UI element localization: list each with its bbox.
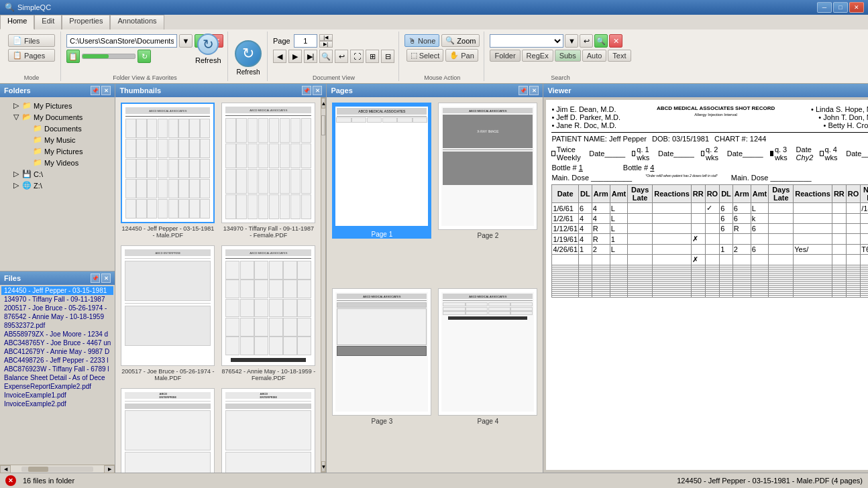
- scroll-down-btn[interactable]: ▼: [321, 461, 325, 472]
- folders-close-btn[interactable]: ✕: [101, 86, 111, 95]
- file-item-8[interactable]: ABC4498726 - Jeff Pepper - 2233 l: [1, 356, 113, 365]
- thumbnail-item-4[interactable]: ABCDENTERPRISE: [121, 388, 215, 473]
- search-forward-btn[interactable]: 🔍: [594, 34, 608, 48]
- folder-my-videos[interactable]: 📁 My Videos: [3, 157, 112, 168]
- files-close-btn[interactable]: ✕: [101, 273, 111, 283]
- refresh-big-button[interactable]: ↻ Refresh: [235, 40, 262, 76]
- folders-pin-btn[interactable]: 📌: [91, 86, 100, 95]
- file-item-10[interactable]: Balance Sheet Detail - As of Dece: [1, 373, 113, 382]
- page-item-3[interactable]: ABCD MEDICAL ASSOCIATES Page 3: [332, 288, 431, 467]
- tab-home[interactable]: Home: [0, 15, 34, 29]
- drive-c[interactable]: ▷ 💾 C:\: [3, 168, 112, 180]
- file-item-0[interactable]: 124450 - Jeff Pepper - 03-15-1981: [1, 286, 113, 295]
- thumbnail-item-3[interactable]: ABCD MEDICAL ASSOCIATES: [221, 245, 315, 381]
- page-first-btn[interactable]: |◀: [319, 34, 333, 41]
- file-item-1[interactable]: 134970 - Tiffany Fall - 09-11-1987: [1, 295, 113, 304]
- select-button[interactable]: ⬚ Select: [406, 49, 444, 62]
- text-search-btn[interactable]: Text: [608, 50, 631, 62]
- page-zoom-fit[interactable]: 🔍: [319, 50, 333, 63]
- folder-my-music[interactable]: 📁 My Music: [3, 134, 112, 145]
- files-button[interactable]: 📄 Files: [8, 34, 55, 47]
- search-back-btn[interactable]: ↩: [580, 34, 593, 48]
- pages-controls: 📌 ✕: [519, 86, 539, 95]
- folder-documents[interactable]: 📁 Documents: [3, 123, 112, 134]
- page-split[interactable]: ⊟: [381, 50, 394, 63]
- pages-nav-btn[interactable]: 📋: [66, 50, 80, 63]
- pages-pin-btn[interactable]: 📌: [519, 86, 528, 95]
- refresh-button[interactable]: ↻ Refresh: [191, 32, 225, 66]
- thumbnail-image-4: ABCDENTERPRISE: [121, 388, 215, 473]
- file-item-9[interactable]: ABC876923W - Tiffany Fall - 6789 l: [1, 365, 113, 373]
- page-number-input[interactable]: [294, 34, 317, 48]
- none-button[interactable]: 🖱 None: [404, 34, 439, 47]
- scroll-left-btn[interactable]: ◀: [0, 465, 11, 473]
- thumbnail-item-1[interactable]: ABCD MEDICAL ASSOCIATES: [221, 103, 315, 239]
- file-item-13[interactable]: InvoiceExample2.pdf: [1, 400, 113, 408]
- tab-edit[interactable]: Edit: [34, 15, 62, 29]
- thumbnail-item-0[interactable]: ABCD MEDICAL ASSOCIATES: [121, 103, 215, 239]
- refresh-group: ↻ Refresh: [229, 32, 268, 81]
- pages-button[interactable]: 📋 Pages: [8, 49, 55, 62]
- page-view-mode[interactable]: ⊞: [366, 50, 379, 63]
- scroll-up-btn[interactable]: ▲: [321, 98, 325, 109]
- thumbnails-scrollbar[interactable]: ▲ ▼: [321, 97, 326, 473]
- auto-search-btn[interactable]: Auto: [582, 50, 607, 62]
- page-item-4[interactable]: ABCD MEDICAL ASSOCIATES Page 4: [438, 288, 537, 467]
- files-list[interactable]: 124450 - Jeff Pepper - 03-15-1981 134970…: [0, 285, 115, 465]
- viewer-content[interactable]: • Jim E. Dean, M.D. • Jeff D. Parker, M.…: [543, 97, 868, 473]
- tab-annotations[interactable]: Annotations: [110, 15, 164, 29]
- folder-my-pictures-top[interactable]: ▷ 📁 My Pictures: [3, 100, 112, 111]
- folder-my-pictures-sub[interactable]: 📁 My Pictures: [3, 145, 112, 157]
- close-button[interactable]: ✕: [849, 2, 864, 13]
- zoom-button[interactable]: 🔍 Zoom: [441, 34, 480, 47]
- minimize-button[interactable]: ─: [817, 2, 832, 13]
- scroll-thumb[interactable]: [321, 115, 325, 135]
- search-dropdown[interactable]: [490, 34, 563, 48]
- file-item-3[interactable]: 876542 - Annie May - 10-18-1959: [1, 312, 113, 321]
- page-item-2[interactable]: ABCD MEDICAL ASSOCIATES X-RAY IMAGE Page…: [438, 103, 537, 282]
- file-item-5[interactable]: AB558979ZX - Joe Moore - 1234 d: [1, 330, 113, 339]
- refresh-btn-small[interactable]: ↻: [138, 50, 151, 63]
- path-input[interactable]: [66, 34, 177, 48]
- thumbnails-close-btn[interactable]: ✕: [313, 86, 322, 95]
- thumbnail-item-2[interactable]: ABCD ENTERPRISE 200517 - Joe Bruce - 05-…: [121, 245, 215, 381]
- file-item-12[interactable]: InvoiceExample1.pdf: [1, 391, 113, 400]
- folders-panel-header: Folders 📌 ✕: [0, 84, 115, 97]
- drive-z[interactable]: ▷ 🌐 Z:\: [3, 180, 112, 191]
- page-controls: Page |◀ ▶|: [273, 34, 333, 48]
- page-rotate[interactable]: ↩: [335, 50, 348, 63]
- tab-properties[interactable]: Properties: [62, 15, 110, 29]
- page-image-3: ABCD MEDICAL ASSOCIATES: [332, 288, 431, 416]
- page-prev-btn[interactable]: ◀: [273, 50, 286, 63]
- folder-search-btn[interactable]: Folder: [490, 50, 520, 62]
- file-item-4[interactable]: 89532372.pdf: [1, 321, 113, 330]
- pages-close-btn[interactable]: ✕: [529, 86, 539, 95]
- files-horizontal-scroll[interactable]: ◀ ▶: [0, 465, 115, 473]
- search-clear-btn[interactable]: ✕: [609, 34, 622, 48]
- thumbnail-item-5[interactable]: ABCDENTERPRISE: [221, 388, 315, 473]
- main-area: Folders 📌 ✕ ▷ 📁 My Pictures ▽ 📂 My Docum: [0, 84, 868, 473]
- pan-button[interactable]: ✋ Pan: [445, 49, 478, 62]
- folder-my-documents[interactable]: ▽ 📂 My Documents: [3, 111, 112, 123]
- page-item-1[interactable]: ABCD MEDICAL ASSOCIATES: [332, 103, 431, 282]
- page-image-1: ABCD MEDICAL ASSOCIATES: [332, 103, 431, 230]
- path-dropdown-btn[interactable]: ▼: [179, 34, 193, 48]
- subs-search-btn[interactable]: Subs: [555, 50, 581, 62]
- scroll-thumb[interactable]: [28, 467, 48, 472]
- regex-search-btn[interactable]: RegEx: [522, 50, 553, 62]
- scroll-right-btn[interactable]: ▶: [104, 465, 115, 473]
- page-fullscreen[interactable]: ⛶: [350, 50, 364, 63]
- thumbnail-label-1: 134970 - Tiffany Fall - 09-11-1987 - Fem…: [221, 225, 315, 239]
- page-play-btn[interactable]: ▶: [288, 50, 302, 63]
- files-pin-btn[interactable]: 📌: [91, 273, 100, 283]
- page-last-btn[interactable]: ▶|: [319, 41, 333, 48]
- files-panel-header: Files 📌 ✕: [0, 271, 115, 285]
- search-dropdown-btn[interactable]: ▼: [565, 34, 578, 48]
- maximize-button[interactable]: □: [833, 2, 848, 13]
- file-item-11[interactable]: ExpenseReportExample2.pdf: [1, 382, 113, 391]
- file-item-2[interactable]: 200517 - Joe Bruce - 05-26-1974 -: [1, 304, 113, 312]
- file-item-6[interactable]: ABC348765Y - Joe Bruce - 4467 un: [1, 339, 113, 347]
- file-item-7[interactable]: ABC412679Y - Annie May - 9987 D: [1, 347, 113, 356]
- page-next-btn[interactable]: ▶|: [304, 50, 317, 63]
- thumbnails-pin-btn[interactable]: 📌: [302, 86, 311, 95]
